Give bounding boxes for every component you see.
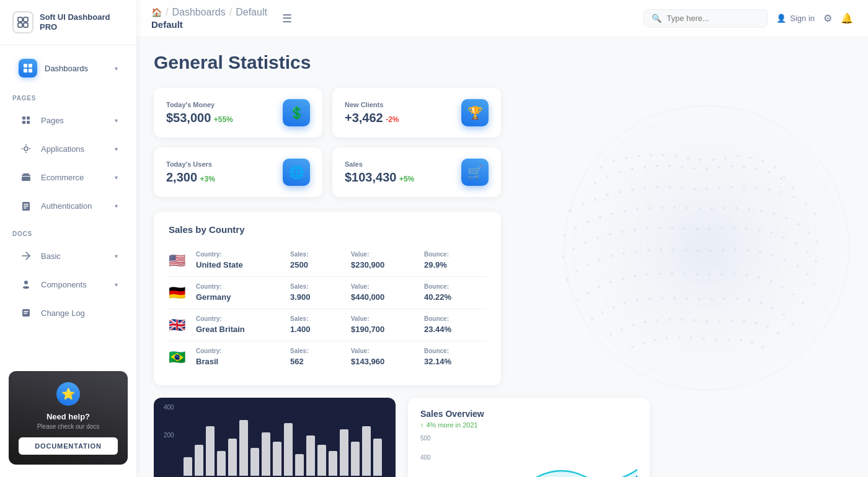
svg-point-63 bbox=[619, 191, 621, 193]
country-label-0: Country: bbox=[196, 251, 285, 258]
svg-point-71 bbox=[718, 186, 720, 189]
svg-point-93 bbox=[723, 207, 725, 209]
notifications-icon[interactable]: 🔔 bbox=[841, 12, 853, 24]
logo-icon bbox=[12, 11, 33, 33]
sales-label-1: Sales: bbox=[290, 283, 346, 290]
sidebar-item-pages[interactable]: Pages ▾ bbox=[6, 107, 130, 134]
sidebar-item-ecommerce[interactable]: Ecommerce ▾ bbox=[6, 164, 130, 191]
documentation-button[interactable]: DOCUMENTATION bbox=[19, 437, 118, 455]
svg-point-162 bbox=[770, 280, 773, 282]
svg-point-141 bbox=[771, 254, 774, 256]
help-card: ⭐ Need help? Please check our docs DOCUM… bbox=[9, 371, 128, 465]
breadcrumb-default-small[interactable]: Default bbox=[236, 7, 267, 18]
svg-point-34 bbox=[699, 159, 702, 161]
breadcrumb-dashboards[interactable]: Dashboards bbox=[172, 7, 225, 18]
settings-icon[interactable]: ⚙ bbox=[823, 12, 832, 24]
sidebar-item-authentication[interactable]: Authentication ▾ bbox=[6, 192, 130, 219]
sidebar-item-changelog[interactable]: Change Log bbox=[6, 299, 130, 326]
svg-point-42 bbox=[594, 182, 596, 184]
menu-toggle-icon[interactable]: ☰ bbox=[282, 12, 292, 25]
authentication-label: Authentication bbox=[41, 201, 92, 211]
stat-label-1: New Clients bbox=[345, 101, 461, 108]
sidebar-item-dashboards[interactable]: Dashboards ▾ bbox=[6, 53, 130, 84]
breadcrumb-row: 🏠 / Dashboards / Default bbox=[151, 7, 267, 18]
bar-2 bbox=[206, 426, 215, 476]
globe-decoration bbox=[521, 87, 868, 409]
svg-point-38 bbox=[749, 157, 751, 159]
svg-point-142 bbox=[784, 258, 786, 261]
country-value-3: Brasil bbox=[196, 357, 218, 366]
svg-point-170 bbox=[636, 299, 639, 302]
svg-point-64 bbox=[631, 188, 634, 191]
svg-point-83 bbox=[599, 216, 601, 218]
changelog-icon bbox=[19, 305, 33, 320]
svg-point-86 bbox=[636, 208, 639, 211]
applications-icon bbox=[19, 141, 33, 156]
sales-col-2: Sales: 1.400 bbox=[290, 315, 346, 335]
basic-chevron: ▾ bbox=[115, 253, 118, 260]
svg-rect-23 bbox=[24, 311, 29, 312]
svg-point-212 bbox=[636, 105, 778, 390]
pages-chevron: ▾ bbox=[115, 117, 118, 124]
svg-point-121 bbox=[795, 242, 797, 245]
value-value-0: $230,900 bbox=[351, 260, 384, 269]
svg-point-216 bbox=[564, 235, 849, 260]
svg-point-178 bbox=[735, 297, 738, 300]
svg-point-98 bbox=[785, 217, 787, 219]
stat-card-0: Today's Money $53,000 +55% 💲 bbox=[154, 88, 322, 138]
svg-point-186 bbox=[632, 324, 634, 326]
svg-point-190 bbox=[681, 318, 683, 321]
sidebar-item-components[interactable]: Components ▾ bbox=[6, 271, 130, 298]
svg-point-184 bbox=[609, 333, 612, 336]
stat-info-2: Today's Users 2,300 +3% bbox=[166, 160, 283, 185]
svg-point-28 bbox=[625, 157, 627, 159]
svg-point-72 bbox=[730, 186, 733, 188]
ecommerce-label: Ecommerce bbox=[41, 173, 84, 182]
topbar: 🏠 / Dashboards / Default Default ☰ 🔍 👤 S… bbox=[136, 0, 868, 37]
bar-13 bbox=[329, 451, 337, 476]
page-title: General Statistics bbox=[154, 52, 851, 73]
home-icon[interactable]: 🏠 bbox=[151, 7, 162, 17]
svg-point-160 bbox=[745, 274, 748, 276]
app-name: Soft UI Dashboard PRO bbox=[40, 12, 124, 32]
breadcrumb-current: Default bbox=[151, 19, 267, 30]
stat-value-row-1: +3,462 -2% bbox=[345, 111, 461, 125]
stat-value-row-2: 2,300 +3% bbox=[166, 170, 283, 185]
svg-point-96 bbox=[760, 210, 763, 212]
stat-icon-3: 🛒 bbox=[461, 159, 489, 186]
bar-17 bbox=[373, 439, 382, 476]
svg-point-192 bbox=[706, 320, 708, 323]
svg-point-138 bbox=[734, 248, 737, 251]
svg-point-182 bbox=[782, 313, 785, 316]
svg-point-201 bbox=[653, 339, 656, 341]
country-table: 🇺🇸 Country: United State Sales: 2500 Val… bbox=[169, 245, 486, 373]
svg-point-191 bbox=[693, 319, 696, 322]
svg-point-33 bbox=[687, 157, 689, 159]
bar-11 bbox=[306, 435, 315, 476]
ecommerce-icon bbox=[19, 170, 33, 185]
value-label-0: Value: bbox=[351, 251, 419, 258]
sidebar-item-basic[interactable]: Basic ▾ bbox=[6, 242, 130, 269]
svg-point-200 bbox=[642, 342, 645, 344]
line-chart bbox=[420, 463, 637, 477]
svg-point-109 bbox=[646, 227, 649, 230]
svg-point-195 bbox=[743, 320, 745, 323]
svg-point-155 bbox=[683, 273, 686, 275]
svg-point-122 bbox=[806, 250, 808, 253]
svg-point-133 bbox=[672, 248, 675, 251]
signin-button[interactable]: 👤 Sign in bbox=[776, 14, 815, 23]
svg-point-197 bbox=[766, 326, 769, 328]
sales-col-0: Sales: 2500 bbox=[290, 251, 346, 270]
svg-point-81 bbox=[574, 227, 577, 229]
svg-point-215 bbox=[578, 192, 836, 229]
sales-col-1: Sales: 3.900 bbox=[290, 283, 346, 302]
sidebar-item-applications[interactable]: Applications ▾ bbox=[6, 135, 130, 162]
svg-point-179 bbox=[748, 299, 750, 301]
search-input[interactable] bbox=[666, 14, 760, 23]
bar-10 bbox=[295, 454, 304, 476]
stats-grid: Today's Money $53,000 +55% 💲 New Clients… bbox=[154, 88, 501, 197]
svg-point-111 bbox=[671, 227, 673, 229]
svg-point-53 bbox=[730, 165, 733, 167]
svg-point-112 bbox=[683, 227, 686, 230]
svg-point-65 bbox=[644, 186, 646, 189]
